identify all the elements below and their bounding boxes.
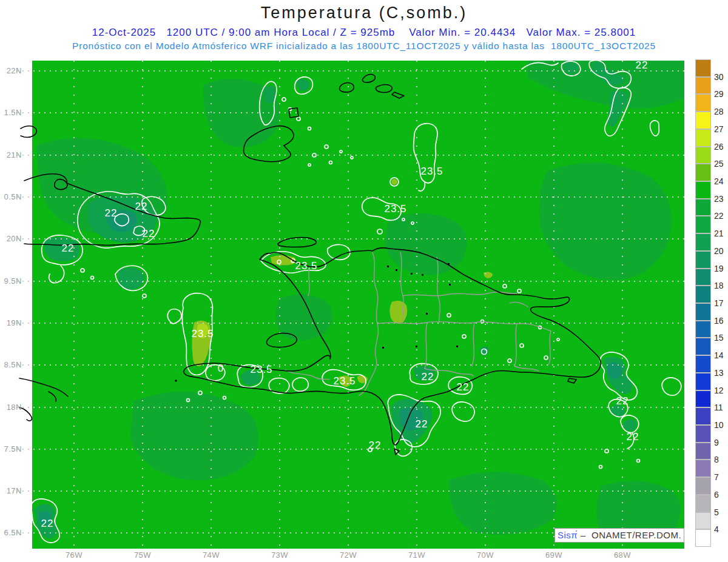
lat-tick-label: 21N bbox=[0, 150, 22, 159]
contour-label: 23.5 bbox=[191, 328, 214, 340]
colorbar-tick-label: 4 bbox=[714, 524, 728, 534]
colorbar-segment bbox=[695, 512, 711, 530]
colorbar-tick-label: 8 bbox=[714, 455, 728, 464]
colorbar-tick-label: 5 bbox=[714, 507, 728, 517]
colorbar-segment bbox=[695, 269, 711, 286]
colorbar-tick-label: 22 bbox=[714, 211, 728, 221]
colorbar-tick-label: 25 bbox=[714, 159, 728, 169]
colorbar-segment bbox=[695, 59, 711, 77]
colorbar-tick-label: 20 bbox=[714, 246, 728, 256]
colorbar-tick-label: 16 bbox=[714, 316, 728, 326]
colorbar-segment bbox=[695, 199, 711, 216]
colorbar-tick-label: 29 bbox=[714, 89, 728, 99]
colorbar-tick-label: 11 bbox=[714, 403, 728, 412]
contour-label: 23.5 bbox=[250, 364, 272, 375]
colorbar-segment bbox=[695, 233, 711, 251]
lon-tick-label: 69W bbox=[541, 550, 567, 560]
colorbar-segment bbox=[695, 164, 711, 181]
map-canvas: 2223.523.52222222223.523.5023.523.522222… bbox=[24, 61, 684, 549]
lon-tick-label: 68W bbox=[609, 550, 636, 560]
temperature-shading bbox=[24, 61, 684, 549]
colorbar-segment bbox=[695, 181, 711, 199]
colorbar-tick-label: 18 bbox=[714, 281, 728, 290]
colorbar-segment bbox=[695, 443, 711, 460]
colorbar-segment bbox=[695, 477, 711, 495]
colorbar-tick-label: 14 bbox=[714, 350, 728, 360]
colorbar-segment bbox=[695, 373, 711, 390]
colorbar-tick-label: 17 bbox=[714, 298, 728, 308]
colorbar-segment bbox=[695, 338, 711, 355]
colorbar-tick-label: 6 bbox=[714, 490, 728, 500]
colorbar-segment bbox=[695, 77, 711, 95]
colorbar-segment bbox=[695, 495, 711, 512]
lat-tick-label: 18N bbox=[0, 403, 22, 412]
contour-label: 22 bbox=[636, 59, 649, 71]
contour-label: 23.5 bbox=[333, 375, 356, 387]
lon-tick-label: 72W bbox=[335, 550, 362, 560]
colorbar-segment bbox=[695, 407, 711, 425]
colorbar-tick-label: 21 bbox=[714, 229, 728, 238]
lat-tick-label: 1.5N bbox=[0, 108, 22, 117]
colorbar-segment bbox=[695, 251, 711, 269]
contour-label: 22 bbox=[616, 395, 629, 407]
contour-label: 22 bbox=[369, 440, 382, 451]
colorbar-tick-label: 10 bbox=[714, 420, 728, 430]
colorbar-tick-label: 30 bbox=[714, 72, 728, 82]
colorbar-segment bbox=[695, 529, 711, 547]
lat-tick-label: 6.5N bbox=[0, 528, 22, 537]
contour-label: 22 bbox=[135, 201, 148, 212]
colorbar-tick-label: 27 bbox=[714, 124, 728, 134]
lon-tick-label: 71W bbox=[403, 550, 430, 560]
weather-map: 2223.523.52222222223.523.5023.523.522222… bbox=[24, 61, 684, 549]
colorbar-tick-label: 24 bbox=[714, 176, 728, 186]
colorbar-segment bbox=[695, 94, 711, 112]
contour-label: 22 bbox=[416, 418, 428, 430]
colorbar-tick-label: 9 bbox=[714, 438, 728, 447]
colorbar-segment bbox=[695, 355, 711, 373]
watermark-text: – ONAMET/REP.DOM. bbox=[581, 530, 681, 540]
colorbar-segment bbox=[695, 303, 711, 321]
colorbar-segment bbox=[695, 286, 711, 303]
colorbar-tick-label: 23 bbox=[714, 194, 728, 204]
lat-tick-label: 8.5N bbox=[0, 360, 22, 369]
colorbar-tick-label: 15 bbox=[714, 333, 728, 343]
contour-label: 23.5 bbox=[295, 260, 317, 272]
lon-tick-label: 73W bbox=[266, 550, 293, 560]
subtitle-line1: 12-Oct-2025 1200 UTC / 9:00 am Hora Loca… bbox=[0, 27, 728, 39]
watermark-badge: Sisπ́ – ONAMET/REP.DOM. bbox=[554, 528, 684, 543]
colorbar-tick-label: 7 bbox=[714, 472, 728, 482]
colorbar-segment bbox=[695, 129, 711, 147]
lon-tick-label: 70W bbox=[472, 550, 499, 560]
lat-tick-label: 22N bbox=[0, 66, 22, 75]
contour-label: 22 bbox=[105, 207, 118, 219]
colorbar-segment bbox=[695, 216, 711, 233]
contour-label: 23.5 bbox=[420, 166, 443, 177]
lon-tick-label: 74W bbox=[198, 550, 224, 560]
colorbar-segment bbox=[695, 390, 711, 408]
lon-tick-label: 76W bbox=[61, 550, 87, 560]
contour-label: 0 bbox=[218, 363, 224, 374]
colorbar-tick-label: 13 bbox=[714, 368, 728, 378]
lat-tick-label: 17N bbox=[0, 486, 22, 495]
lat-tick-label: 7.5N bbox=[0, 444, 22, 453]
colorbar-segment bbox=[695, 460, 711, 477]
colorbar-segment bbox=[695, 147, 711, 164]
lat-tick-label: 0.5N bbox=[0, 192, 22, 201]
colorbar-segment bbox=[695, 321, 711, 338]
colorbar-segment bbox=[695, 425, 711, 443]
contour-label: 23.5 bbox=[384, 203, 406, 215]
contour-label: 22 bbox=[422, 371, 434, 383]
colorbar-tick-label: 26 bbox=[714, 142, 728, 152]
contour-label: 22 bbox=[41, 518, 54, 529]
watermark-brand: Sisπ́ bbox=[558, 530, 581, 540]
contour-label: 22 bbox=[143, 228, 155, 239]
lon-tick-label: 75W bbox=[129, 550, 156, 560]
contour-label: 22 bbox=[457, 381, 470, 393]
lat-tick-label: 20N bbox=[0, 234, 22, 243]
colorbar-tick-label: 12 bbox=[714, 386, 728, 395]
page-title: Temperatura (C,somb.) bbox=[0, 4, 728, 22]
colorbar-tick-label: 28 bbox=[714, 107, 728, 116]
colorbar-segment bbox=[695, 112, 711, 129]
lat-tick-label: 19N bbox=[0, 318, 22, 327]
contour-label: 22 bbox=[62, 243, 75, 254]
